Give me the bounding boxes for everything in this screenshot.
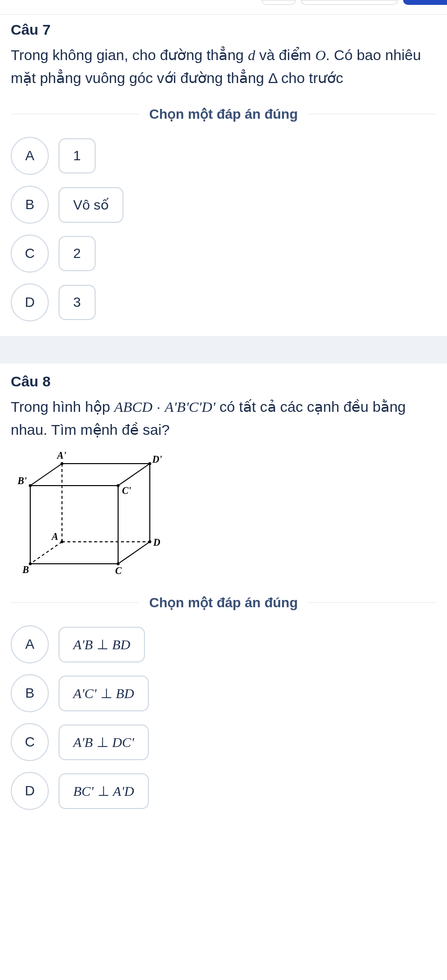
svg-line-1 xyxy=(30,464,62,486)
q8-text-1: Trong hình hộp xyxy=(11,399,114,415)
question-8-text: Trong hình hộp ABCD · A'B'C'D' có tất cả… xyxy=(11,396,436,441)
label-C: C xyxy=(115,565,122,576)
q8-option-C[interactable]: C A'B ⊥ DC' xyxy=(11,723,436,761)
label-A: A xyxy=(51,531,58,542)
instruction-row-q7: Chọn một đáp án đúng xyxy=(11,106,436,122)
perp-icon: ⊥ xyxy=(97,637,108,652)
q8-option-A[interactable]: A A'B ⊥ BD xyxy=(11,625,436,663)
svg-line-8 xyxy=(118,542,150,564)
option-letter[interactable]: D xyxy=(11,772,49,810)
cube-figure: A' D' B' C' A D B C xyxy=(11,449,436,578)
svg-point-15 xyxy=(117,484,120,487)
hr-right xyxy=(308,114,436,114)
q7-O: O xyxy=(315,47,326,63)
perp-icon: ⊥ xyxy=(101,686,112,701)
option-letter[interactable]: D xyxy=(11,283,49,321)
option-letter[interactable]: A xyxy=(11,625,49,663)
option-text[interactable]: 1 xyxy=(59,138,96,173)
opt-r: DC' xyxy=(112,735,134,750)
hr-left xyxy=(11,602,139,603)
option-text[interactable]: 2 xyxy=(59,236,96,271)
label-B: B xyxy=(22,564,29,575)
label-B1: B' xyxy=(17,475,27,486)
svg-point-14 xyxy=(29,484,32,487)
top-button-primary[interactable] xyxy=(403,0,447,5)
option-letter[interactable]: B xyxy=(11,186,49,224)
q7-option-A[interactable]: A 1 xyxy=(11,137,436,175)
perp-icon: ⊥ xyxy=(97,735,108,750)
cube-svg: A' D' B' C' A D B C xyxy=(11,449,167,576)
top-button-1[interactable] xyxy=(262,0,296,5)
top-button-2[interactable] xyxy=(301,0,398,5)
question-7-title: Câu 7 xyxy=(11,21,436,38)
label-A1: A' xyxy=(56,450,66,461)
svg-point-17 xyxy=(148,540,151,543)
section-divider xyxy=(0,336,447,363)
opt-r: BD xyxy=(116,686,134,701)
option-text[interactable]: A'C' ⊥ BD xyxy=(59,676,149,711)
opt-r: A'D xyxy=(113,784,134,799)
question-8-block: Câu 8 Trong hình hộp ABCD · A'B'C'D' có … xyxy=(0,363,447,825)
option-letter[interactable]: C xyxy=(11,723,49,761)
opt-l: BC' xyxy=(73,784,94,799)
svg-point-18 xyxy=(29,562,32,565)
q7-d: d xyxy=(248,47,255,63)
hr-right xyxy=(308,602,436,603)
instruction-q7: Chọn một đáp án đúng xyxy=(139,106,309,122)
option-letter[interactable]: C xyxy=(11,234,49,273)
label-C1: C' xyxy=(122,485,131,496)
q7-text-2: và điểm xyxy=(255,47,315,63)
svg-point-13 xyxy=(148,462,151,465)
q7-option-B[interactable]: B Vô số xyxy=(11,186,436,224)
option-text[interactable]: BC' ⊥ A'D xyxy=(59,773,149,809)
question-7-block: Câu 7 Trong không gian, cho đường thẳng … xyxy=(0,15,447,336)
question-8-title: Câu 8 xyxy=(11,373,436,390)
q8-options: A A'B ⊥ BD B A'C' ⊥ BD C A'B ⊥ DC' D xyxy=(11,625,436,810)
option-text[interactable]: A'B ⊥ DC' xyxy=(59,724,149,760)
question-7-text: Trong không gian, cho đường thẳng d và đ… xyxy=(11,44,436,89)
q7-option-D[interactable]: D 3 xyxy=(11,283,436,321)
opt-l: A'B xyxy=(73,637,93,652)
q8-abcd2: A'B'C'D' xyxy=(164,399,215,415)
q8-abcd: ABCD xyxy=(114,399,152,415)
svg-point-12 xyxy=(61,462,63,465)
opt-l: A'C' xyxy=(73,686,97,701)
option-text[interactable]: Vô số xyxy=(59,187,123,223)
svg-line-10 xyxy=(30,542,62,564)
q8-dot: · xyxy=(152,399,164,415)
svg-point-16 xyxy=(61,540,63,543)
opt-r: BD xyxy=(112,637,130,652)
q8-option-B[interactable]: B A'C' ⊥ BD xyxy=(11,674,436,712)
option-letter[interactable]: A xyxy=(11,137,49,175)
option-text[interactable]: A'B ⊥ BD xyxy=(59,627,145,662)
instruction-row-q8: Chọn một đáp án đúng xyxy=(11,595,436,611)
hr-left xyxy=(11,114,139,114)
top-bar xyxy=(0,0,447,15)
label-D: D xyxy=(153,537,160,548)
svg-line-2 xyxy=(118,464,150,486)
instruction-q8: Chọn một đáp án đúng xyxy=(139,595,309,611)
q7-text-1: Trong không gian, cho đường thẳng xyxy=(11,47,248,63)
perp-icon: ⊥ xyxy=(98,784,109,799)
option-letter[interactable]: B xyxy=(11,674,49,712)
q7-options: A 1 B Vô số C 2 D 3 xyxy=(11,137,436,321)
label-D1: D' xyxy=(152,454,162,465)
q8-option-D[interactable]: D BC' ⊥ A'D xyxy=(11,772,436,810)
q7-option-C[interactable]: C 2 xyxy=(11,234,436,273)
option-text[interactable]: 3 xyxy=(59,285,96,320)
opt-l: A'B xyxy=(73,735,93,750)
